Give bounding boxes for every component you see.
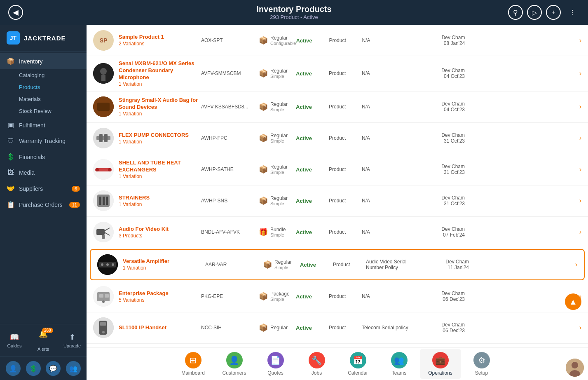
nav-calendar[interactable]: 📅 Calendar bbox=[337, 349, 379, 379]
svg-rect-31 bbox=[99, 294, 103, 298]
product-status: Active bbox=[296, 70, 329, 77]
warranty-icon: 🛡 bbox=[7, 137, 15, 145]
search-button[interactable]: ⚲ bbox=[508, 5, 523, 20]
product-status: Active bbox=[296, 166, 329, 173]
product-type-icon: 📦 bbox=[259, 196, 268, 205]
product-type: Bundle bbox=[270, 227, 286, 232]
inventory-icon: 📦 bbox=[7, 57, 15, 65]
sidebar-bottom-actions: 📖 Guides 🔔 268 Alerts ⬆ Upgrade bbox=[0, 324, 87, 357]
sidebar-cataloging[interactable]: Cataloging bbox=[19, 69, 87, 81]
product-type-sub: Simple bbox=[270, 107, 288, 112]
product-chevron-icon[interactable]: › bbox=[579, 134, 581, 142]
nav-quotes[interactable]: 📄 Quotes bbox=[255, 349, 296, 379]
product-chevron-icon[interactable]: › bbox=[579, 70, 581, 77]
product-type-sub: Simple bbox=[270, 74, 288, 79]
svg-point-12 bbox=[108, 168, 111, 171]
product-thumbnail bbox=[93, 222, 114, 242]
main-content: SP Sample Product 1 2 Variations AOX-SPT… bbox=[87, 25, 588, 380]
guides-button[interactable]: 📖 Guides bbox=[0, 324, 29, 357]
profile-chat-button[interactable]: 💬 bbox=[46, 361, 61, 376]
product-list: SP Sample Product 1 2 Variations AOX-SPT… bbox=[87, 25, 588, 347]
back-button[interactable]: ◀ bbox=[8, 5, 23, 20]
table-row[interactable]: Senal MXBM-621/O MX Series Condenser Bou… bbox=[87, 56, 588, 91]
status-badge: Active bbox=[296, 70, 312, 77]
table-row[interactable]: Audio For Video Kit 3 Products BNDL-AFV-… bbox=[87, 217, 588, 248]
product-thumbnail bbox=[97, 254, 118, 275]
product-type: Regular bbox=[270, 325, 288, 331]
sidebar-item-inventory[interactable]: 📦 Inventory bbox=[0, 53, 87, 69]
status-badge: Active bbox=[296, 229, 312, 235]
product-sku: AWHP-SATHE bbox=[201, 167, 259, 172]
user-avatar[interactable] bbox=[566, 359, 584, 377]
sidebar-materials[interactable]: Materials bbox=[19, 93, 87, 105]
sidebar-stock-review[interactable]: Stock Review bbox=[19, 105, 87, 117]
calendar-icon: 📅 bbox=[350, 352, 366, 368]
svg-point-27 bbox=[106, 263, 109, 266]
add-button[interactable]: + bbox=[546, 5, 561, 20]
product-chevron-icon[interactable]: › bbox=[579, 166, 581, 173]
profile-team-button[interactable]: 👥 bbox=[66, 361, 81, 376]
table-row[interactable]: Enterprise Package 5 Variations PKG-EPE … bbox=[87, 281, 588, 312]
sidebar-item-purchase-orders[interactable]: 📋 Purchase Orders 11 bbox=[0, 197, 87, 213]
product-sku: AWHP-FPC bbox=[201, 135, 259, 141]
product-chevron-icon[interactable]: › bbox=[575, 261, 577, 268]
product-name: Enterprise Package bbox=[119, 290, 201, 297]
alerts-button[interactable]: 🔔 268 Alerts bbox=[29, 324, 58, 357]
product-sku: AVFV-SMMSCBM bbox=[201, 70, 259, 76]
nav-operations[interactable]: 💼 Operations bbox=[420, 349, 461, 379]
product-name-col: Versatile Amplifier 1 Variation bbox=[123, 258, 205, 271]
logo-text: JACKTRADE bbox=[24, 35, 66, 42]
upgrade-button[interactable]: ⬆ Upgrade bbox=[58, 324, 87, 357]
sidebar-item-warranty[interactable]: 🛡 Warranty Tracking bbox=[0, 133, 87, 149]
product-type-sub: Simple bbox=[270, 297, 290, 302]
nav-setup[interactable]: ⚙ Setup bbox=[461, 349, 502, 379]
product-date: Dev Cham31 Oct'23 bbox=[419, 195, 465, 206]
teams-icon: 👥 bbox=[391, 352, 408, 368]
sidebar-item-media-label: Media bbox=[19, 169, 35, 176]
table-row[interactable]: Stingray Small-X Audio Bag for Sound Dev… bbox=[87, 91, 588, 123]
profile-user-button[interactable]: 👤 bbox=[6, 361, 21, 376]
nav-customers[interactable]: 👤 Customers bbox=[214, 349, 255, 379]
product-name: Sample Product 1 bbox=[119, 34, 201, 41]
table-row[interactable]: SHELL AND TUBE HEAT EXCHANGERS 1 Variati… bbox=[87, 154, 588, 185]
sidebar-item-suppliers[interactable]: 🤝 Suppliers 6 bbox=[0, 181, 87, 197]
filter-button[interactable]: ▷ bbox=[527, 5, 542, 20]
sidebar-products[interactable]: Products bbox=[19, 81, 87, 93]
product-chevron-icon[interactable]: › bbox=[579, 324, 581, 331]
svg-rect-7 bbox=[99, 134, 103, 142]
product-variations: 1 Variation bbox=[119, 81, 201, 87]
sidebar-bottom: 📖 Guides 🔔 268 Alerts ⬆ Upgrade 👤 bbox=[0, 324, 87, 380]
product-policy: N/A bbox=[362, 70, 419, 76]
product-chevron-icon[interactable]: › bbox=[579, 197, 581, 204]
product-type-icon: 📦 bbox=[259, 323, 268, 332]
product-date: Dev Cham06 Dec'23 bbox=[419, 322, 465, 333]
table-row[interactable]: FLEX PUMP CONNECTORS 1 Variation AWHP-FP… bbox=[87, 123, 588, 154]
bottom-navigation: ⊞ Mainboard 👤 Customers 📄 Quotes 🔧 Jobs … bbox=[87, 347, 588, 380]
nav-teams[interactable]: 👥 Teams bbox=[379, 349, 420, 379]
svg-rect-6 bbox=[96, 136, 110, 140]
scroll-up-button[interactable]: ▲ bbox=[565, 293, 581, 310]
sidebar-item-media[interactable]: 🖼 Media bbox=[0, 165, 87, 181]
product-category: Product bbox=[329, 229, 362, 235]
product-date: Dev Cham04 Oct'23 bbox=[419, 101, 465, 113]
product-thumbnail bbox=[93, 286, 114, 307]
product-chevron-icon[interactable]: › bbox=[579, 37, 581, 44]
table-row[interactable]: SL1100 IP Handset NCC-SIH 📦 Regular Acti… bbox=[87, 312, 588, 344]
product-policy: N/A bbox=[362, 229, 419, 235]
nav-jobs[interactable]: 🔧 Jobs bbox=[296, 349, 337, 379]
table-row[interactable]: STRAINERS 1 Variation AWHP-SNS 📦 Regular… bbox=[87, 185, 588, 217]
product-type-col: 📦 PackageSimple bbox=[259, 291, 296, 302]
sidebar-item-financials[interactable]: 💲 Financials bbox=[0, 149, 87, 165]
table-row[interactable]: SP Sample Product 1 2 Variations AOX-SPT… bbox=[87, 25, 588, 56]
product-sku: AOX-SPT bbox=[201, 38, 259, 43]
sidebar-item-fulfillment[interactable]: ▣ Fulfillment bbox=[0, 117, 87, 133]
nav-mainboard[interactable]: ⊞ Mainboard bbox=[173, 349, 214, 379]
profile-dollar-button[interactable]: 💲 bbox=[26, 361, 41, 376]
product-chevron-icon[interactable]: › bbox=[579, 103, 581, 110]
table-row[interactable]: Versatile Amplifier 1 Variation AAR-VAR … bbox=[90, 249, 585, 280]
product-date: Dev Cham08 Jan'24 bbox=[419, 35, 465, 46]
more-options-button[interactable]: ⋮ bbox=[565, 5, 580, 20]
product-name-col: Stingray Small-X Audio Bag for Sound Dev… bbox=[119, 97, 201, 117]
product-chevron-icon[interactable]: › bbox=[579, 228, 581, 236]
sidebar-item-warranty-label: Warranty Tracking bbox=[19, 138, 66, 144]
